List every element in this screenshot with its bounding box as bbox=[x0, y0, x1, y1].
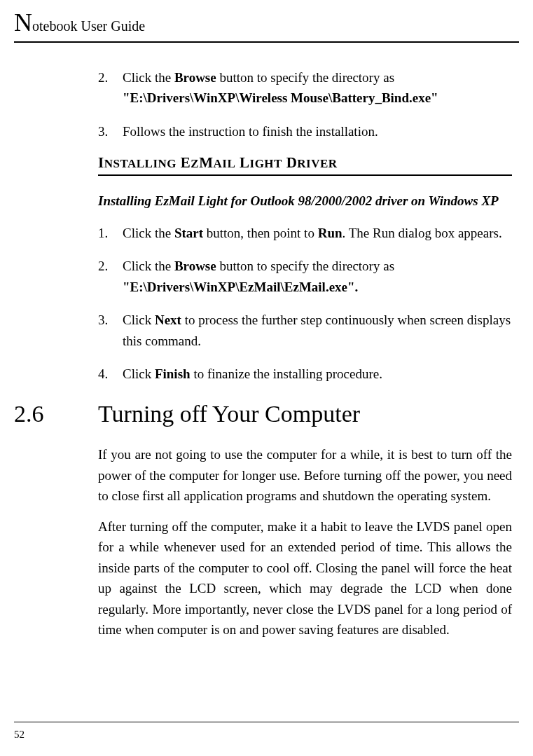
list-number: 4. bbox=[98, 364, 116, 384]
paragraph: After turning off the computer, make it … bbox=[98, 516, 512, 640]
header-title: Notebook User Guide bbox=[14, 13, 519, 43]
list-text: Follows the instruction to finish the in… bbox=[116, 121, 512, 142]
list-item: 2. Click the Browse button to specify th… bbox=[98, 256, 512, 297]
list-number: 3. bbox=[98, 310, 116, 351]
list-number: 1. bbox=[98, 223, 116, 243]
list-number: 2. bbox=[98, 256, 116, 297]
list-item: 3. Follows the instruction to finish the… bbox=[98, 121, 512, 142]
paragraph: If you are not going to use the computer… bbox=[98, 444, 512, 506]
chapter-heading: 2.6 Turning off Your Computer bbox=[14, 401, 512, 427]
list-text: Click the Start button, then point to Ru… bbox=[116, 223, 512, 243]
list-text: Click Next to process the further step c… bbox=[116, 310, 512, 351]
list-text: Click the Browse button to specify the d… bbox=[116, 67, 512, 109]
footer-divider bbox=[14, 722, 519, 722]
list-item: 2. Click the Browse button to specify th… bbox=[98, 67, 512, 109]
list-text: Click the Browse button to specify the d… bbox=[116, 256, 512, 297]
page-number: 52 bbox=[14, 729, 25, 741]
list-text: Click Finish to finanize the installing … bbox=[116, 364, 512, 384]
sub-heading: Installing EzMail Light for Outlook 98/2… bbox=[98, 191, 512, 212]
list-number: 2. bbox=[98, 67, 116, 109]
chapter-number: 2.6 bbox=[14, 401, 98, 427]
chapter-title: Turning off Your Computer bbox=[98, 401, 360, 427]
list-item: 3. Click Next to process the further ste… bbox=[98, 310, 512, 351]
header-dropcap: N bbox=[14, 8, 32, 36]
list-item: 1. Click the Start button, then point to… bbox=[98, 223, 512, 243]
list-number: 3. bbox=[98, 121, 116, 142]
header-rest: otebook User Guide bbox=[32, 18, 145, 34]
list-item: 4. Click Finish to finanize the installi… bbox=[98, 364, 512, 384]
section-heading: INSTALLING EZMAIL LIGHT DRIVER bbox=[98, 154, 512, 176]
